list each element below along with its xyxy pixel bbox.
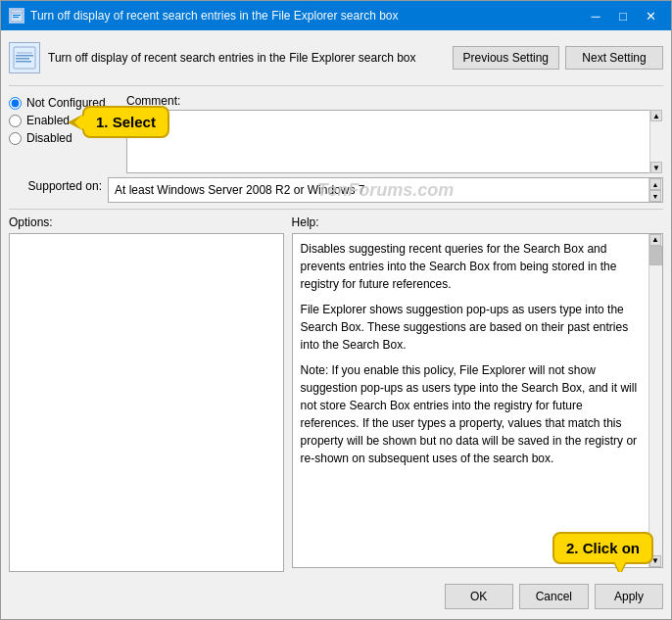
apply-button[interactable]: Apply: [595, 584, 663, 609]
supported-wrapper: At least Windows Server 2008 R2 or Windo…: [108, 177, 663, 203]
options-panel: [9, 233, 284, 572]
next-setting-button[interactable]: Next Setting: [565, 46, 663, 70]
header-icon-title: Turn off display of recent search entrie…: [9, 42, 443, 73]
not-configured-radio[interactable]: [9, 97, 22, 110]
supported-box: At least Windows Server 2008 R2 or Windo…: [108, 177, 663, 203]
comment-scroll-down[interactable]: ▼: [650, 162, 662, 173]
supported-row: Supported on: At least Windows Server 20…: [9, 177, 663, 203]
enabled-label: Enabled: [26, 114, 70, 127]
svg-rect-2: [13, 15, 21, 16]
header-row: Turn off display of recent search entrie…: [9, 38, 663, 77]
help-box: Disables suggesting recent queries for t…: [292, 233, 663, 568]
supported-value: At least Windows Server 2008 R2 or Windo…: [115, 183, 364, 197]
select-callout-label: 1. Select: [96, 114, 156, 130]
title-bar-left: Turn off display of recent search entrie…: [9, 8, 399, 24]
title-bar: Turn off display of recent search entrie…: [1, 1, 671, 30]
main-window: Turn off display of recent search entrie…: [0, 0, 672, 620]
header-buttons: Previous Setting Next Setting: [453, 46, 663, 70]
options-section-header: Options:: [9, 215, 284, 229]
clickon-callout: 2. Click on: [552, 532, 653, 564]
supported-scroll-down[interactable]: ▼: [649, 190, 661, 202]
svg-rect-3: [13, 17, 19, 18]
minimize-button[interactable]: ─: [583, 6, 608, 25]
radio-comment-row: Not Configured Enabled Disabled 1. Selec…: [9, 94, 663, 173]
header-title: Turn off display of recent search entrie…: [48, 51, 443, 65]
previous-setting-button[interactable]: Previous Setting: [453, 46, 559, 70]
options-help-row: Disables suggesting recent queries for t…: [9, 233, 663, 572]
svg-rect-6: [16, 55, 33, 57]
divider-1: [9, 85, 663, 86]
comment-scroll-up[interactable]: ▲: [650, 110, 662, 121]
policy-icon: [9, 42, 40, 73]
window-title: Turn off display of recent search entrie…: [30, 9, 399, 23]
supported-label: Supported on:: [9, 177, 102, 193]
options-box: [9, 233, 284, 572]
maximize-button[interactable]: □: [610, 6, 636, 25]
comment-label: Comment:: [126, 94, 663, 108]
disabled-label: Disabled: [26, 131, 72, 145]
help-scroll-up[interactable]: ▲: [649, 234, 661, 246]
help-section-header: Help:: [292, 215, 663, 229]
close-button[interactable]: ✕: [638, 6, 663, 25]
clickon-callout-label: 2. Click on: [566, 540, 640, 556]
svg-rect-8: [16, 61, 31, 63]
select-callout: 1. Select: [82, 106, 169, 138]
options-help-header: Options: Help:: [9, 215, 663, 229]
disabled-radio[interactable]: [9, 132, 22, 145]
help-para-1: Disables suggesting recent queries for t…: [301, 240, 645, 293]
help-panel: Disables suggesting recent queries for t…: [292, 233, 663, 572]
options-label: Options:: [9, 215, 53, 229]
main-body: Not Configured Enabled Disabled 1. Selec…: [9, 94, 663, 572]
divider-2: [9, 209, 663, 210]
supported-scroll-up[interactable]: ▲: [649, 178, 661, 190]
comment-textarea[interactable]: [126, 110, 663, 173]
content-area: Turn off display of recent search entrie…: [1, 30, 671, 619]
svg-rect-7: [16, 58, 29, 60]
cancel-button[interactable]: Cancel: [519, 584, 589, 609]
help-label: Help:: [292, 215, 319, 229]
footer-row: OK Cancel Apply: [9, 578, 663, 611]
help-para-2: File Explorer shows suggestion pop-ups a…: [301, 301, 645, 354]
enabled-radio[interactable]: [9, 115, 22, 127]
radio-group: Not Configured Enabled Disabled 1. Selec…: [9, 94, 117, 145]
title-bar-controls: ─ □ ✕: [583, 6, 663, 25]
comment-section: Comment: ▲ ▼: [126, 94, 663, 173]
window-icon: [9, 8, 24, 24]
ok-button[interactable]: OK: [445, 584, 513, 609]
help-para-3: Note: If you enable this policy, File Ex…: [301, 361, 645, 467]
